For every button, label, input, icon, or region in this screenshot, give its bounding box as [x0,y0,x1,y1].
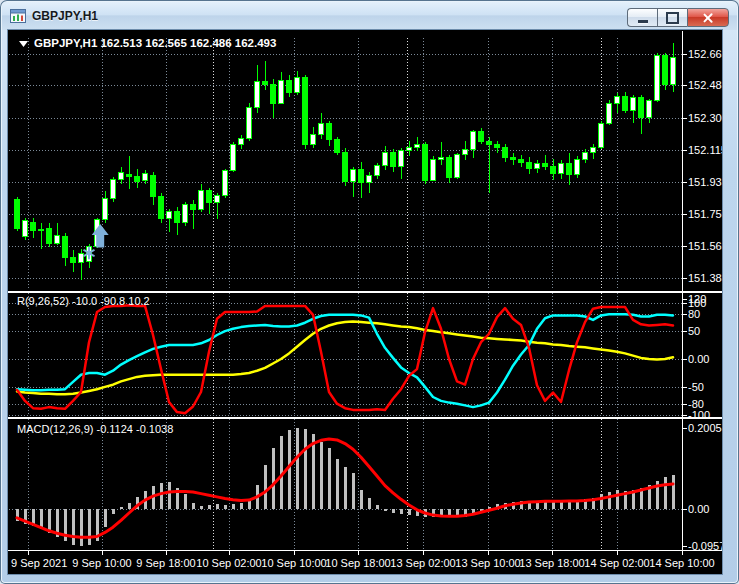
svg-text:10 Sep 18:00: 10 Sep 18:00 [325,557,390,569]
svg-text:10 Sep 10:00: 10 Sep 10:00 [261,557,326,569]
restore-button[interactable] [657,8,687,27]
close-icon [702,12,714,24]
window-controls [627,8,729,27]
svg-text:GBPJPY,H1 162.513 162.565 162: GBPJPY,H1 162.513 162.565 162.486 162.49… [34,37,276,49]
svg-text:9 Sep 10:00: 9 Sep 10:00 [72,557,131,569]
svg-text:10 Sep 02:00: 10 Sep 02:00 [196,557,261,569]
svg-text:151.385: 151.385 [688,272,722,284]
svg-text:-0.0957: -0.0957 [688,540,722,552]
window-title: GBPJPY,H1 [32,9,98,23]
svg-text:0.2005: 0.2005 [688,422,722,434]
window-titlebar[interactable]: GBPJPY,H1 [2,2,737,30]
svg-text:152.665: 152.665 [688,48,722,60]
chart-window: GBPJPY,H1 152.665152.485152.300152.11515… [0,0,739,584]
chart-app-icon-svg [10,8,26,24]
svg-text:13 Sep 10:00: 13 Sep 10:00 [455,557,520,569]
svg-text:13 Sep 02:00: 13 Sep 02:00 [390,557,455,569]
svg-text:9 Sep 18:00: 9 Sep 18:00 [136,557,195,569]
minimize-button[interactable] [627,8,657,27]
svg-text:14 Sep 10:00: 14 Sep 10:00 [649,557,714,569]
svg-text:80: 80 [688,308,700,320]
minimize-icon [638,20,648,23]
svg-text:50: 50 [688,325,700,337]
svg-text:152.115: 152.115 [688,144,722,156]
svg-text:151.935: 151.935 [688,176,722,188]
svg-text:151.565: 151.565 [688,240,722,252]
svg-text:13 Sep 18:00: 13 Sep 18:00 [519,557,584,569]
svg-text:0.00: 0.00 [688,503,709,515]
svg-text:151.750: 151.750 [688,208,722,220]
svg-text:9 Sep 2021: 9 Sep 2021 [11,557,67,569]
svg-text:152.485: 152.485 [688,79,722,91]
ohlc-header: GBPJPY,H1 162.513 162.565 162.486 162.49… [19,37,276,49]
close-button[interactable] [687,8,729,27]
chart-client-area: 152.665152.485152.300152.115151.935151.7… [8,30,722,574]
chart-canvas[interactable]: 152.665152.485152.300152.115151.935151.7… [8,30,722,574]
chart-app-icon[interactable] [10,8,26,24]
svg-text:-100: -100 [688,409,710,421]
svg-text:MACD(12,26,9) -0.1124 -0.1038: MACD(12,26,9) -0.1124 -0.1038 [17,423,173,435]
svg-text:-50: -50 [688,381,704,393]
svg-text:R(9,26,52) -10.0 -90.8 10.2: R(9,26,52) -10.0 -90.8 10.2 [17,295,150,307]
restore-icon [666,12,679,24]
svg-text:152.300: 152.300 [688,112,722,124]
svg-text:0.00: 0.00 [688,353,709,365]
svg-text:14 Sep 02:00: 14 Sep 02:00 [584,557,649,569]
